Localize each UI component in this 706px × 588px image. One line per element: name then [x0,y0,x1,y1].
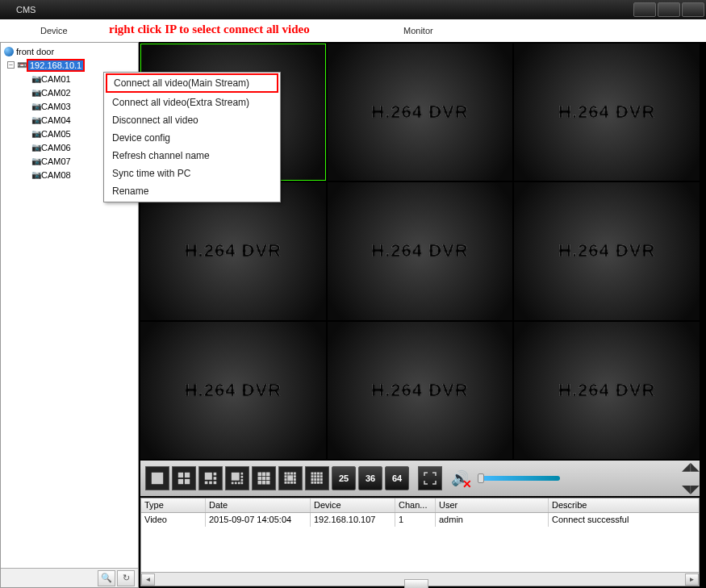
watermark: H.264 DVR [185,240,282,261]
svg-rect-19 [258,473,262,477]
svg-rect-45 [311,475,314,477]
camera-icon: 📷 [31,143,41,152]
menu-connect-extra[interactable]: Connect all video(Extra Stream) [104,94,280,111]
close-button[interactable] [682,2,704,17]
log-col-chan[interactable]: Chan... [395,498,436,512]
cam-label: CAM04 [41,115,71,125]
cam-label: CAM06 [41,143,71,152]
svg-rect-36 [294,478,296,481]
svg-rect-5 [205,473,212,480]
svg-rect-26 [262,481,266,485]
menu-refresh-channel[interactable]: Refresh channel name [104,147,280,165]
video-cell[interactable]: H.264 DVR [140,182,326,319]
svg-rect-41 [311,473,314,475]
svg-rect-51 [317,478,320,481]
svg-rect-16 [235,482,237,485]
layout-4-button[interactable] [172,466,196,490]
layout-6-button[interactable] [198,466,223,490]
svg-rect-4 [185,479,190,484]
scroll-thumb[interactable] [404,579,428,588]
page-up-button[interactable]: ◢◣ [682,462,696,472]
svg-rect-1 [178,473,183,477]
cam-label: CAM02 [41,88,71,98]
svg-rect-39 [290,482,293,484]
svg-rect-30 [290,473,293,475]
menu-rename[interactable]: Rename [104,182,280,200]
log-col-user[interactable]: User [436,498,549,512]
svg-rect-32 [285,475,287,477]
log-scrollbar[interactable]: ◄ ► [141,572,699,586]
camera-icon: 📷 [31,170,41,179]
log-cell: Connect successful [549,513,699,527]
camera-icon: 📷 [31,156,41,165]
minimize-button[interactable] [633,2,656,17]
sidebar-toolbar: 🔍 ↻ [1,568,138,587]
layout-16-button[interactable] [305,466,329,490]
slider-thumb[interactable] [478,473,484,483]
video-cell[interactable]: H.264 DVR [514,44,700,181]
search-button[interactable]: 🔍 [98,570,115,586]
menu-device[interactable]: Device [40,26,68,35]
menu-device-config[interactable]: Device config [104,129,280,147]
svg-rect-6 [214,473,217,476]
svg-rect-12 [241,473,244,475]
menu-sync-time[interactable]: Sync time with PC [104,165,280,182]
cam-label: CAM01 [41,74,71,84]
log-col-device[interactable]: Device [311,498,395,512]
tree-ip-node[interactable]: − 📼 192.168.10.1 [4,58,135,72]
svg-rect-34 [294,475,296,477]
svg-rect-37 [285,482,287,484]
svg-rect-20 [262,473,266,477]
menu-disconnect[interactable]: Disconnect all video [104,111,280,129]
svg-rect-29 [287,473,290,475]
tree-ip-label: 192.168.10.1 [27,59,85,72]
mute-button[interactable]: 🔊✕ [448,466,472,490]
watermark: H.264 DVR [185,380,282,401]
layout-36-button[interactable]: 36 [358,466,382,490]
tree-root-label: front door [16,47,54,56]
video-cell[interactable]: H.264 DVR [140,322,326,459]
log-col-desc[interactable]: Describe [549,498,699,512]
svg-rect-27 [266,481,270,485]
video-cell[interactable]: H.264 DVR [328,182,513,319]
watermark: H.264 DVR [371,240,468,261]
layout-1-button[interactable] [145,466,169,490]
log-panel: Type Date Device Chan... User Describe V… [140,498,700,586]
layout-8-button[interactable] [225,466,249,490]
log-col-date[interactable]: Date [206,498,311,512]
svg-rect-47 [317,475,320,477]
watermark: H.264 DVR [371,380,468,401]
layout-64-button[interactable]: 64 [385,466,409,490]
svg-rect-7 [214,477,217,480]
collapse-icon[interactable]: − [7,61,15,69]
layout-13-button[interactable] [278,466,303,490]
menu-monitor[interactable]: Monitor [403,26,433,35]
svg-rect-11 [232,473,240,481]
globe-icon [4,47,14,56]
layout-9-button[interactable] [252,466,276,490]
volume-slider[interactable] [479,476,560,481]
menu-connect-main[interactable]: Connect all video(Main Stream) [106,73,278,93]
log-row[interactable]: Video 2015-09-07 14:05:04 192.168.10.107… [141,513,699,527]
scroll-right-button[interactable]: ► [685,573,699,586]
log-cell: admin [436,513,549,527]
video-cell[interactable]: H.264 DVR [328,44,513,181]
svg-rect-31 [294,473,296,475]
maximize-button[interactable] [658,2,680,17]
svg-rect-10 [214,482,217,485]
tree-root[interactable]: front door [4,44,135,58]
svg-rect-25 [258,481,262,485]
refresh-button[interactable]: ↻ [117,570,135,586]
cam-label: CAM05 [41,129,71,139]
svg-rect-22 [258,477,262,481]
layout-25-button[interactable]: 25 [332,466,356,490]
svg-rect-43 [317,473,320,475]
log-body[interactable]: Video 2015-09-07 14:05:04 192.168.10.107… [141,513,699,572]
video-cell[interactable]: H.264 DVR [328,322,513,459]
fullscreen-button[interactable] [418,466,442,490]
log-col-type[interactable]: Type [141,498,206,512]
video-cell[interactable]: H.264 DVR [514,182,700,319]
page-down-button[interactable]: ◥◤ [682,485,696,494]
video-cell[interactable]: H.264 DVR [514,322,700,459]
scroll-left-button[interactable]: ◄ [141,573,155,586]
